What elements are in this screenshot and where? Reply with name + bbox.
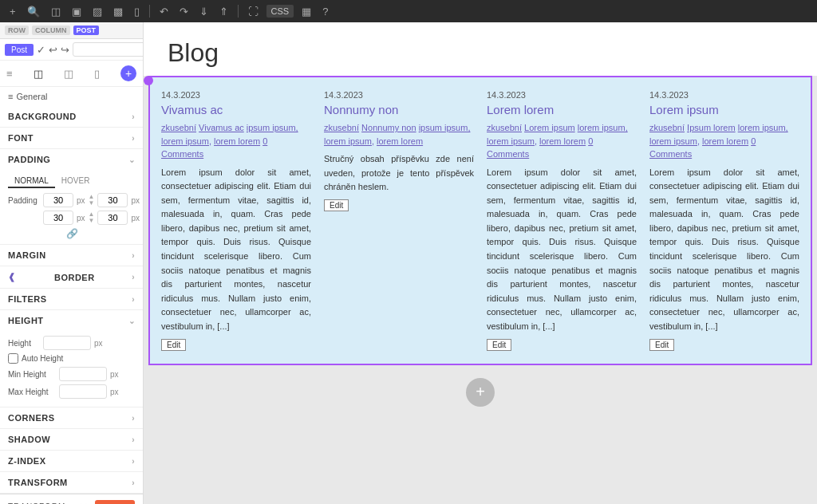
background-header[interactable]: BACKGROUND ›	[0, 106, 143, 127]
meta3-link-3[interactable]: lorem ipsum,	[578, 123, 628, 132]
down-arrow-icon[interactable]: ▼	[89, 200, 95, 207]
border-section: ❰ BORDER ›	[0, 266, 143, 289]
border-header[interactable]: ❰ BORDER ›	[0, 266, 143, 288]
down-arrow2-icon[interactable]: ▼	[89, 218, 95, 224]
corners-section: CORNERS ›	[0, 408, 143, 429]
css-button[interactable]: CSS	[266, 5, 294, 18]
edit-btn-3[interactable]: Edit	[487, 339, 511, 351]
window-icon[interactable]: ▣	[69, 4, 85, 19]
edit-btn-1[interactable]: Edit	[161, 339, 186, 351]
forward-icon[interactable]: ↪	[61, 44, 69, 56]
monitor-icon[interactable]: ◫	[48, 4, 64, 19]
search-input[interactable]	[73, 42, 144, 57]
undo-icon[interactable]: ↶	[156, 4, 172, 19]
height-input[interactable]	[43, 336, 91, 350]
compact-view-icon[interactable]: ◫	[64, 68, 73, 80]
padding-chevron: ⌄	[128, 156, 136, 164]
meta3-link-4[interactable]: lorem ipsum,	[487, 136, 537, 146]
meta4-link-4[interactable]: lorem ipsum,	[649, 136, 700, 146]
filters-header[interactable]: FILTERS ›	[0, 289, 143, 309]
grid-icon[interactable]: ▨	[89, 4, 105, 19]
z-index-header[interactable]: Z-INDEX ›	[0, 451, 143, 471]
meta2-link-2[interactable]: Nonnumy non	[361, 123, 416, 132]
back-icon[interactable]: ↩	[49, 44, 57, 56]
close-button[interactable]: ✕	[79, 501, 89, 505]
post-tag[interactable]: POST	[73, 26, 100, 35]
meta4-link-1[interactable]: zkusební	[649, 123, 685, 132]
edit-btn-4[interactable]: Edit	[649, 339, 674, 351]
menu-icon: ≡	[8, 92, 13, 101]
padding-header[interactable]: PADDING ⌄	[0, 149, 143, 170]
layout-icon[interactable]: ▩	[110, 4, 126, 19]
padding-bottom-input[interactable]	[43, 211, 73, 225]
help-icon[interactable]: ?	[319, 4, 331, 19]
corners-chevron: ›	[132, 414, 135, 423]
blog-card-3: 14.3.2023 Lorem lorem zkusební Lorem ips…	[483, 85, 640, 356]
background-section: BACKGROUND ›	[0, 106, 143, 128]
meta2-link-5[interactable]: lorem lorem	[377, 136, 423, 146]
meta3-link-5[interactable]: lorem lorem	[539, 136, 586, 146]
blog-grid: 14.3.2023 Vivamus ac zkusební Vivamus ac…	[158, 85, 803, 356]
meta-link-2[interactable]: Vivamus ac	[199, 123, 244, 132]
auto-height-row: Auto Height	[8, 353, 135, 364]
add-element-btn[interactable]: +	[120, 65, 136, 81]
meta4-link-3[interactable]: lorem ipsum,	[738, 123, 788, 132]
transform-header[interactable]: TRANSFORM ›	[0, 472, 143, 493]
grid-view-icon[interactable]: ◫	[34, 68, 43, 80]
auto-height-checkbox[interactable]	[8, 353, 18, 364]
mobile-view-icon[interactable]: ▯	[94, 68, 100, 80]
row-tag[interactable]: ROW	[5, 26, 29, 35]
font-header[interactable]: FONT ›	[0, 128, 143, 148]
meta4-link-5[interactable]: lorem lorem	[702, 136, 748, 146]
meta-link-5[interactable]: lorem lorem	[214, 136, 260, 146]
meta-link-3[interactable]: ipsum ipsum,	[247, 123, 298, 132]
edit-btn-2[interactable]: Edit	[324, 199, 349, 211]
height-header[interactable]: HEIGHT ⌄	[0, 310, 143, 331]
normal-tab[interactable]: NORMAL	[8, 175, 55, 188]
padding-top-input[interactable]	[43, 193, 73, 207]
shadow-header[interactable]: SHADOW ›	[0, 429, 143, 450]
hover-tab[interactable]: HOVER	[55, 175, 97, 188]
max-height-input[interactable]	[59, 384, 107, 399]
corners-header[interactable]: CORNERS ›	[0, 408, 143, 428]
meta3-link-1[interactable]: zkusební	[487, 123, 522, 132]
list-view-icon[interactable]: ≡	[6, 68, 13, 80]
plus-btn-container: +	[144, 365, 817, 419]
transform-chevron: ›	[132, 478, 135, 487]
padding-bottom-unit: px	[77, 214, 85, 222]
download-icon[interactable]: ⇓	[196, 4, 211, 19]
padding-top-row: Padding px ▲ ▼ px	[8, 193, 135, 207]
upload-icon[interactable]: ⇑	[216, 4, 231, 19]
meta2-link-4[interactable]: lorem ipsum,	[324, 136, 374, 146]
meta2-link-3[interactable]: ipsum ipsum,	[419, 123, 471, 132]
toolbar-separator	[149, 5, 150, 18]
post-button[interactable]: Post	[5, 44, 34, 56]
done-button[interactable]: Done	[95, 500, 135, 505]
max-height-row: Max Height px	[8, 384, 135, 399]
search-icon[interactable]: 🔍	[24, 4, 43, 19]
expand-icon[interactable]: ⛶	[245, 4, 262, 19]
redo-icon[interactable]: ↷	[176, 4, 191, 19]
meta-link-4[interactable]: lorem ipsum,	[161, 136, 211, 146]
toolbar-separator2	[238, 5, 239, 18]
padding-right-input[interactable]	[97, 193, 128, 207]
meta4-link-2[interactable]: Ipsum lorem	[687, 123, 736, 132]
link-padding-icon[interactable]: 🔗	[66, 228, 78, 239]
meta-link-1[interactable]: zkusební	[161, 123, 196, 132]
meta3-link-2[interactable]: Lorem ipsum	[524, 123, 575, 132]
add-content-btn[interactable]: +	[466, 378, 495, 407]
column-tag[interactable]: COLUMN	[32, 26, 70, 35]
blog-card-title-4: Lorem ipsum	[649, 103, 799, 116]
top-toolbar: + 🔍 ◫ ▣ ▨ ▩ ▯ ↶ ↷ ⇓ ⇑ ⛶ CSS ▦ ?	[0, 0, 817, 22]
grid2-icon[interactable]: ▦	[298, 4, 314, 19]
max-height-unit: px	[110, 388, 119, 396]
margin-header[interactable]: MARGIN ›	[0, 245, 143, 266]
padding-left-input[interactable]	[97, 211, 128, 225]
min-height-input[interactable]	[59, 367, 107, 381]
check-icon[interactable]: ✓	[37, 44, 45, 56]
shadow-section: SHADOW ›	[0, 429, 143, 451]
blog-card-title-3: Lorem lorem	[487, 103, 637, 116]
meta2-link-1[interactable]: zkusební	[324, 123, 359, 132]
tablet-icon[interactable]: ▯	[131, 4, 143, 19]
add-icon[interactable]: +	[6, 4, 19, 19]
